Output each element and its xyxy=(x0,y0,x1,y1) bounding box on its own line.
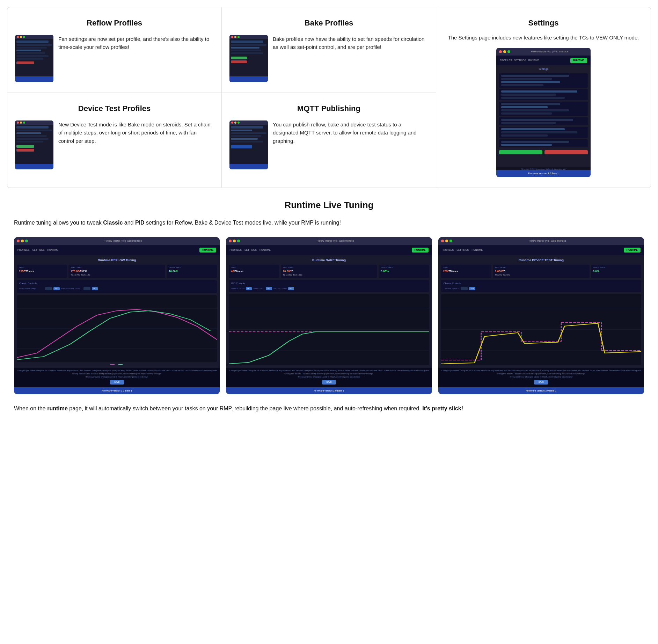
mqtt-desc: You can publish reflow, bake and device … xyxy=(273,120,428,145)
reflow-title: Reflow Profiles xyxy=(15,17,214,29)
bake-title: Bake Profiles xyxy=(229,17,428,29)
bake-screenshot xyxy=(229,35,268,82)
mqtt-title: MQTT Publishing xyxy=(229,103,428,114)
settings-desc: The Settings page includes new features … xyxy=(444,34,643,42)
runtime-screenshot-bake: Reflow Master Pro | Web Interface PROFIL… xyxy=(226,237,432,394)
runtime-title: Runtime Live Tuning xyxy=(14,198,644,212)
settings-cell: Settings The Settings page includes new … xyxy=(436,7,651,188)
reflow-desc: Fan settings are now set per profile, an… xyxy=(58,35,214,51)
device-test-title: Device Test Profiles xyxy=(15,103,214,114)
settings-screenshot: Reflow Master Pro | Web Interface PROFIL… xyxy=(496,48,591,177)
settings-title: Settings xyxy=(444,17,643,29)
bake-profiles-cell: Bake Profiles xyxy=(222,7,436,93)
device-test-screenshot xyxy=(15,120,53,169)
device-test-cell: Device Test Profiles xyxy=(7,93,221,180)
runtime-screenshot-reflow: Reflow Master Pro | Web Interface PROFIL… xyxy=(14,237,220,394)
mqtt-screenshot xyxy=(229,120,268,169)
runtime-screenshot-device-test: Reflow Master Pro | Web Interface PROFIL… xyxy=(438,237,644,394)
runtime-screenshots-grid: Reflow Master Pro | Web Interface PROFIL… xyxy=(14,237,644,394)
reflow-screenshot xyxy=(15,35,53,82)
runtime-section: Runtime Live Tuning Runtime tuning allow… xyxy=(7,195,651,424)
mqtt-cell: MQTT Publishing xyxy=(222,93,436,180)
runtime-bottom-desc: When on the runtime page, it will automa… xyxy=(14,404,644,413)
runtime-intro: Runtime tuning allows you to tweak Class… xyxy=(14,218,644,227)
bake-desc: Bake profiles now have the ability to se… xyxy=(273,35,428,51)
device-test-desc: New Device Test mode is like Bake mode o… xyxy=(58,120,214,145)
reflow-profiles-cell: Reflow Profiles xyxy=(7,7,221,93)
